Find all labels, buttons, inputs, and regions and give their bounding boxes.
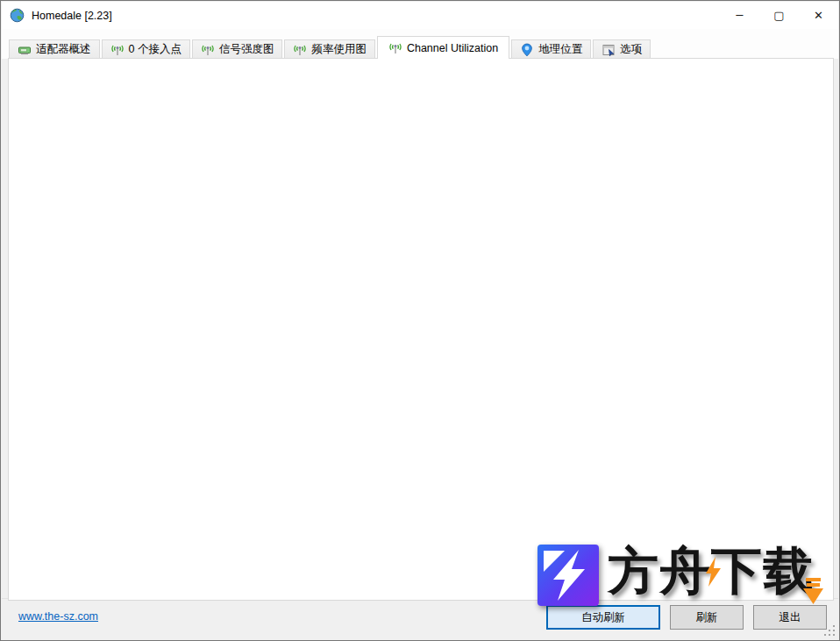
- tab-2[interactable]: 0 个接入点: [102, 39, 190, 59]
- tab-label: 信号强度图: [219, 42, 274, 57]
- minimize-button[interactable]: ─: [720, 2, 759, 29]
- wifi-icon: [201, 43, 215, 57]
- wifi-icon: [388, 41, 402, 55]
- tab-1[interactable]: 适配器概述: [9, 39, 100, 59]
- window-controls: ─ ▢ ✕: [720, 2, 838, 29]
- adapter-icon: [18, 43, 32, 57]
- options-icon: [602, 43, 616, 57]
- footer-bar: www.the-sz.com 自动刷新 刷新 退出: [2, 598, 838, 639]
- wifi-icon: [110, 43, 125, 57]
- tab-7[interactable]: 选项: [593, 39, 651, 59]
- tab-page: [8, 58, 834, 601]
- exit-button[interactable]: 退出: [753, 605, 827, 630]
- tab-3[interactable]: 信号强度图: [192, 39, 283, 59]
- pin-icon: [520, 43, 534, 57]
- website-link[interactable]: www.the-sz.com: [18, 610, 98, 623]
- maximize-button[interactable]: ▢: [759, 2, 799, 29]
- resize-grip[interactable]: [823, 624, 835, 636]
- tab-5[interactable]: Channel Utilization: [377, 36, 509, 59]
- window-title: Homedale [2.23]: [32, 10, 112, 22]
- title-bar: Homedale [2.23] ─ ▢ ✕: [2, 2, 838, 29]
- app-globe-icon: [10, 8, 25, 23]
- tab-strip: 适配器概述0 个接入点信号强度图频率使用图Channel Utilization…: [9, 38, 831, 59]
- tab-4[interactable]: 频率使用图: [284, 39, 375, 59]
- tab-label: Channel Utilization: [407, 42, 498, 54]
- tab-label: 0 个接入点: [129, 42, 182, 57]
- app-window: Homedale [2.23] ─ ▢ ✕ 适配器概述0 个接入点信号强度图频率…: [0, 0, 840, 641]
- tab-6[interactable]: 地理位置: [511, 39, 591, 59]
- close-button[interactable]: ✕: [799, 2, 838, 29]
- tab-label: 适配器概述: [36, 42, 91, 57]
- tab-label: 频率使用图: [311, 42, 367, 57]
- auto-refresh-button[interactable]: 自动刷新: [546, 605, 660, 630]
- wifi-icon: [293, 43, 307, 57]
- tab-label: 选项: [620, 42, 642, 57]
- tab-label: 地理位置: [538, 42, 582, 57]
- refresh-button[interactable]: 刷新: [670, 605, 744, 630]
